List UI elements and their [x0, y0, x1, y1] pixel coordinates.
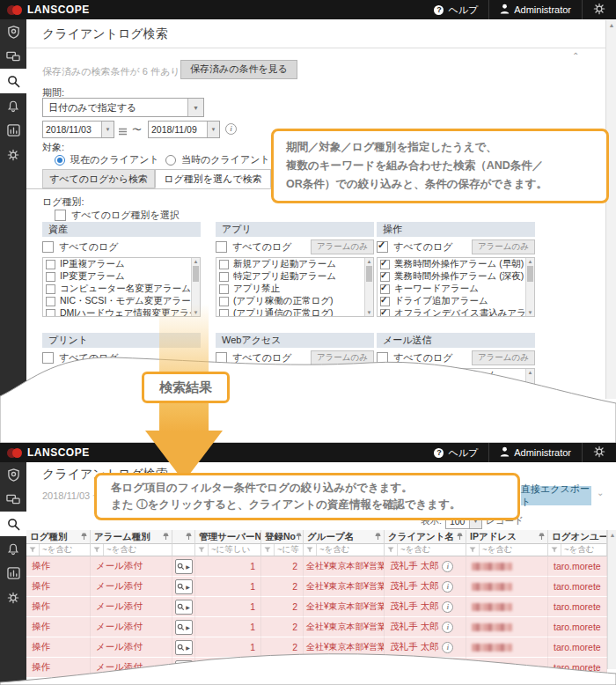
column-filter[interactable]: ~を含む — [26, 544, 91, 556]
logtype-listbox[interactable]: 新規アプリ起動アラーム 特定アプリ起動アラーム アプリ禁止 (アプリ稼働の正常ロ… — [216, 257, 374, 317]
listbox-scrollbar[interactable]: ▲ ▼ — [364, 258, 373, 316]
settings-menu[interactable] — [583, 443, 616, 462]
logtype-item[interactable]: コンピューター名変更アラーム — [43, 283, 200, 295]
radio-current-clients[interactable]: 現在のクライアント — [55, 153, 159, 166]
filter-funnel-icon[interactable] — [198, 545, 205, 555]
radio-past-clients[interactable]: 当時のクライアント i — [165, 153, 287, 166]
client-info-icon[interactable]: i — [442, 581, 453, 593]
filter-funnel-icon[interactable] — [93, 545, 100, 555]
sidebar-item-alerts[interactable] — [0, 536, 26, 561]
filter-funnel-icon[interactable] — [551, 545, 558, 555]
period-mode-select[interactable]: 日付のみで指定する ▼ — [42, 98, 204, 117]
pin-icon[interactable] — [375, 532, 381, 542]
table-row[interactable]: 操作メール添付▶12全社¥東京本部¥営業部茂礼手 太郎itaro.morete — [26, 577, 607, 597]
tab-search-by-logtype[interactable]: ログ種別を選んで検索 — [155, 169, 271, 188]
scroll-up-arrow[interactable]: ▲ — [606, 22, 616, 28]
alarm-only-button[interactable]: アラームのみ — [311, 239, 374, 254]
view-log-detail-button[interactable]: ▶ — [175, 600, 193, 615]
settings-menu[interactable] — [583, 0, 616, 19]
pin-icon[interactable] — [81, 532, 87, 542]
all-logs-checkbox[interactable] — [42, 241, 54, 253]
pin-icon[interactable] — [186, 532, 192, 542]
sidebar-item-devices[interactable] — [0, 44, 26, 69]
column-header[interactable]: IPアドレス — [466, 530, 548, 544]
listbox-scrollbar[interactable]: ▲ ▼ — [525, 258, 534, 316]
column-filter[interactable]: ~を含む — [548, 544, 607, 556]
period-info-icon[interactable]: i — [225, 123, 237, 135]
filter-funnel-icon[interactable] — [387, 545, 394, 555]
logtype-item[interactable]: (アプリ通信の正常ログ) — [216, 307, 373, 317]
logtype-item[interactable]: IP重複アラーム — [43, 258, 200, 270]
column-header[interactable]: クライアント名 — [385, 530, 466, 544]
sidebar-item-settings[interactable] — [0, 586, 26, 610]
table-row[interactable]: 操作メール添付▶12全社¥東京本部¥営業部茂礼手 太郎itaro.morete — [26, 617, 607, 637]
logtype-item[interactable]: (アプリ稼働の正常ログ) — [216, 295, 373, 307]
collapse-chevron-down[interactable]: ⌄ — [597, 488, 604, 497]
tab-search-all-logs[interactable]: すべてのログから検索 — [42, 169, 155, 188]
select-all-logtypes-checkbox[interactable]: すべてのログ種別を選択 — [55, 209, 180, 222]
help-menu[interactable]: ? ヘルプ — [423, 0, 488, 19]
logtype-item[interactable]: 業務時間外操作アラーム (早朝) — [378, 258, 534, 270]
sidebar-item-security[interactable] — [0, 462, 26, 487]
column-filter[interactable]: ~を含む — [304, 544, 385, 556]
sidebar-item-security[interactable] — [0, 19, 26, 44]
pin-icon[interactable] — [296, 532, 302, 542]
pin-icon[interactable] — [457, 532, 463, 542]
table-row[interactable]: 操作メール添付▶12全社¥東京本部¥営業部茂礼手 太郎itaro.morete — [26, 556, 607, 577]
view-saved-conditions-button[interactable]: 保存済みの条件を見る — [180, 60, 297, 79]
logtype-item[interactable]: キーワードアラーム — [378, 283, 534, 295]
date-to-input[interactable]: 2018/11/09 ▼ — [148, 121, 220, 138]
logtype-item[interactable]: 新規アプリ起動アラーム — [216, 258, 373, 270]
client-info-icon[interactable]: i — [442, 622, 453, 633]
pin-icon[interactable] — [163, 532, 169, 542]
all-logs-checkbox[interactable] — [377, 241, 388, 253]
all-logs-checkbox[interactable] — [216, 241, 227, 253]
sidebar-item-alerts[interactable] — [0, 93, 26, 118]
table-row[interactable]: 操作メール添付▶12全社¥東京本部¥営業部茂礼手 太郎itaro.morete — [26, 597, 607, 617]
filter-funnel-icon[interactable] — [306, 545, 313, 555]
filter-funnel-icon[interactable] — [29, 545, 36, 555]
scroll-up-arrow[interactable]: ▲ — [608, 532, 616, 538]
sidebar-item-reports[interactable] — [0, 118, 26, 143]
column-header[interactable]: ログオンユーザ — [548, 530, 607, 544]
logtype-item[interactable]: アプリ禁止 — [216, 283, 373, 295]
column-filter[interactable]: ~を含む — [385, 544, 466, 556]
column-header[interactable]: アラーム種別 — [91, 530, 172, 544]
collapse-chevron-up[interactable]: ⌃ — [572, 51, 579, 61]
view-log-detail-button[interactable]: ▶ — [175, 579, 193, 594]
user-menu[interactable]: Administrator — [489, 443, 582, 462]
sidebar-item-settings[interactable] — [0, 143, 26, 167]
client-info-icon[interactable]: i — [442, 561, 453, 572]
user-menu[interactable]: Administrator — [489, 0, 582, 19]
sidebar-item-reports[interactable] — [0, 561, 26, 586]
logtype-item[interactable]: 特定アプリ起動アラーム — [216, 270, 373, 283]
logtype-listbox[interactable]: 業務時間外操作アラーム (早朝) 業務時間外操作アラーム (深夜) キーワードア… — [377, 257, 535, 317]
column-header[interactable]: グループ名 — [304, 530, 385, 544]
date-from-input[interactable]: 2018/11/03 ▼ — [42, 121, 114, 138]
view-log-detail-button[interactable]: ▶ — [175, 559, 193, 574]
column-filter[interactable]: ~に等 — [261, 544, 304, 556]
sidebar-item-log-search[interactable] — [0, 69, 26, 93]
column-header[interactable] — [172, 530, 195, 544]
column-header[interactable]: 登録No — [261, 530, 304, 544]
filter-funnel-icon[interactable] — [469, 545, 476, 555]
logtype-item[interactable]: IP変更アラーム — [43, 270, 200, 283]
pin-icon[interactable] — [539, 532, 545, 542]
sidebar-item-log-search[interactable] — [0, 512, 26, 536]
logtype-item[interactable]: 業務時間外操作アラーム (深夜) — [378, 270, 534, 283]
client-info-icon[interactable]: i — [442, 601, 453, 613]
column-header[interactable]: ログ種別 — [26, 530, 91, 544]
column-filter[interactable] — [172, 544, 195, 556]
column-header[interactable]: 管理サーバーNo — [195, 530, 261, 544]
column-filter[interactable]: ~を含む — [91, 544, 172, 556]
column-filter[interactable]: ~に等しい — [195, 544, 261, 556]
logtype-item[interactable]: ドライブ追加アラーム — [378, 295, 534, 307]
logtype-item[interactable]: オフラインデバイス書込みアラーム — [378, 307, 534, 317]
help-menu[interactable]: ? ヘルプ — [423, 443, 488, 462]
calendar-icon[interactable] — [118, 123, 128, 139]
filter-funnel-icon[interactable] — [264, 545, 271, 555]
alarm-only-button[interactable]: アラームのみ — [472, 239, 535, 254]
column-filter[interactable]: ~を含む — [466, 544, 548, 556]
direct-export-button[interactable]: 直接エクスポート — [521, 486, 591, 505]
view-log-detail-button[interactable]: ▶ — [175, 620, 193, 635]
